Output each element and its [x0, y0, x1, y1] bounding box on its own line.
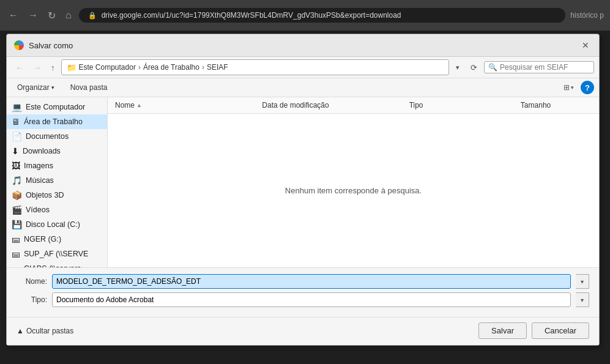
- dialog-actions-left: ▲ Ocultar pastas: [17, 327, 474, 335]
- sidebar-item-musicas[interactable]: 🎵 Músicas: [7, 173, 107, 188]
- desktop-icon: 🖥: [12, 117, 20, 127]
- sidebar-label-disco-local: Disco Local (C:): [26, 220, 80, 229]
- sidebar-item-sup-af[interactable]: 🖴 SUP_AF (\\SERVE: [7, 247, 107, 261]
- dialog-close-button[interactable]: ✕: [579, 39, 592, 51]
- type-label: Tipo:: [17, 295, 47, 304]
- images-icon: 🖼: [12, 161, 20, 171]
- save-button[interactable]: Salvar: [478, 322, 527, 339]
- hide-folders-btn[interactable]: ▲ Ocultar pastas: [17, 327, 73, 335]
- sidebar-label-musicas: Músicas: [26, 176, 54, 185]
- save-dialog: Salvar como ✕ ← → ↑ 📁 Este Computador › …: [6, 34, 600, 346]
- browser-back-btn[interactable]: ←: [6, 9, 21, 22]
- filetype-input[interactable]: [52, 292, 571, 307]
- music-icon: 🎵: [12, 176, 22, 185]
- sidebar: 💻 Este Computador 🖥 Área de Trabalho 📄 D…: [7, 97, 108, 267]
- path-part-3: SEIAF: [207, 63, 228, 72]
- sidebar-item-disco-local[interactable]: 💾 Disco Local (C:): [7, 217, 107, 232]
- path-part-1: Este Computador: [79, 63, 136, 72]
- lock-icon: 🔒: [88, 12, 97, 20]
- hide-folders-icon: ▲: [17, 327, 24, 335]
- column-header-tamanho[interactable]: Tamanho: [518, 100, 594, 111]
- sidebar-label-imagens: Imagens: [24, 162, 53, 170]
- name-label: Nome:: [17, 277, 47, 286]
- organize-dropdown-icon: ▾: [51, 84, 54, 91]
- sidebar-label-videos: Vídeos: [26, 206, 50, 214]
- hide-folders-label: Ocultar pastas: [26, 327, 73, 335]
- column-header-nome[interactable]: Nome ▲: [113, 100, 259, 111]
- downloads-icon: ⬇: [12, 146, 19, 156]
- sidebar-item-ciaps[interactable]: 🖴 CIAPS (\\servera: [7, 261, 107, 267]
- dialog-title: Salvar como: [29, 41, 579, 50]
- toolbar-forward-btn[interactable]: →: [29, 61, 45, 75]
- view-dropdown-icon: ▾: [571, 84, 574, 91]
- dialog-title-icon: [14, 40, 24, 50]
- toolbar-search[interactable]: 🔍: [484, 61, 594, 73]
- sidebar-item-area-de-trabalho[interactable]: 🖥 Área de Trabalho: [7, 114, 107, 129]
- new-folder-label: Nova pasta: [70, 83, 108, 92]
- browser-forward-btn[interactable]: →: [26, 9, 40, 22]
- toolbar-back-btn[interactable]: ←: [12, 61, 27, 75]
- filename-dropdown-btn[interactable]: ▾: [576, 274, 589, 289]
- browser-right-text: histórico p: [570, 11, 604, 20]
- sidebar-item-videos[interactable]: 🎬 Vídeos: [7, 202, 107, 217]
- file-area: Nome ▲ Data de modificação Tipo Tamanho …: [108, 97, 599, 267]
- sidebar-item-este-computador[interactable]: 💻 Este Computador: [7, 100, 107, 114]
- column-header-data[interactable]: Data de modificação: [259, 100, 406, 111]
- dialog-toolbar: ← → ↑ 📁 Este Computador › Área de Trabal…: [7, 57, 599, 78]
- drive-g-icon: 🖴: [12, 234, 20, 244]
- dialog-actions: ▲ Ocultar pastas Salvar Cancelar: [7, 317, 599, 345]
- dialog-footer: Nome: ▾ Tipo: ▾: [7, 267, 599, 317]
- dialog-actionbar: Organizar ▾ Nova pasta ⊞ ▾ ?: [7, 78, 599, 97]
- path-part-2: Área de Trabalho: [143, 63, 199, 72]
- path-separator-2: ›: [202, 63, 204, 72]
- filename-input[interactable]: [52, 274, 571, 289]
- browser-home-btn[interactable]: ⌂: [63, 9, 74, 22]
- path-separator-1: ›: [138, 63, 141, 72]
- sidebar-item-nger[interactable]: 🖴 NGER (G:): [7, 232, 107, 247]
- toolbar-refresh-btn[interactable]: ⟳: [466, 61, 482, 75]
- search-icon: 🔍: [488, 63, 497, 72]
- search-input[interactable]: [500, 63, 586, 72]
- organize-btn[interactable]: Organizar ▾: [12, 81, 60, 94]
- path-folder-icon: 📁: [67, 63, 76, 72]
- sidebar-label-este-computador: Este Computador: [26, 103, 85, 111]
- column-header-tipo[interactable]: Tipo: [407, 100, 518, 111]
- view-toggle-btn[interactable]: ⊞ ▾: [559, 81, 578, 94]
- sidebar-label-sup-af: SUP_AF (\\SERVE: [24, 250, 88, 258]
- file-headers: Nome ▲ Data de modificação Tipo Tamanho: [108, 97, 599, 114]
- computer-icon: 💻: [12, 102, 22, 112]
- view-icon: ⊞: [564, 83, 570, 92]
- browser-url-text: drive.google.com/u/1/uc?id=1799XthQ8M3Wr…: [102, 11, 401, 20]
- drive-c-icon: 💾: [12, 220, 22, 229]
- sidebar-item-objetos-3d[interactable]: 📦 Objetos 3D: [7, 188, 107, 202]
- type-field-row: Tipo: ▾: [17, 292, 589, 307]
- sidebar-label-objetos-3d: Objetos 3D: [26, 191, 64, 199]
- drive-sup-icon: 🖴: [12, 249, 20, 259]
- toolbar-path[interactable]: 📁 Este Computador › Área de Trabalho › S…: [61, 59, 450, 75]
- 3d-icon: 📦: [12, 190, 22, 200]
- sidebar-label-downloads: Downloads: [23, 147, 61, 155]
- name-field-row: Nome: ▾: [17, 274, 589, 289]
- browser-url-bar[interactable]: 🔒 drive.google.com/u/1/uc?id=1799XthQ8M3…: [79, 8, 566, 23]
- sidebar-label-area-de-trabalho: Área de Trabalho: [24, 117, 83, 126]
- organize-label: Organizar: [17, 83, 50, 92]
- sidebar-label-nger: NGER (G:): [24, 235, 61, 243]
- toolbar-up-btn[interactable]: ↑: [47, 61, 59, 75]
- filetype-dropdown-btn[interactable]: ▾: [576, 292, 589, 307]
- path-dropdown-btn[interactable]: ▾: [452, 61, 464, 74]
- browser-reload-btn[interactable]: ↻: [45, 9, 58, 23]
- documents-icon: 📄: [12, 132, 22, 141]
- browser-bar: ← → ↻ ⌂ 🔒 drive.google.com/u/1/uc?id=179…: [0, 0, 610, 31]
- dialog-body: 💻 Este Computador 🖥 Área de Trabalho 📄 D…: [7, 97, 599, 267]
- file-empty-message: Nenhum item corresponde à pesquisa.: [108, 114, 599, 267]
- videos-icon: 🎬: [12, 205, 22, 215]
- sidebar-item-imagens[interactable]: 🖼 Imagens: [7, 158, 107, 173]
- sort-arrow-nome: ▲: [136, 102, 142, 108]
- dialog-titlebar: Salvar como ✕: [7, 34, 599, 57]
- sidebar-item-documentos[interactable]: 📄 Documentos: [7, 129, 107, 144]
- new-folder-btn[interactable]: Nova pasta: [65, 81, 113, 94]
- help-btn[interactable]: ?: [581, 81, 594, 94]
- sidebar-item-downloads[interactable]: ⬇ Downloads: [7, 144, 107, 158]
- cancel-button[interactable]: Cancelar: [532, 322, 589, 339]
- sidebar-label-documentos: Documentos: [26, 132, 69, 141]
